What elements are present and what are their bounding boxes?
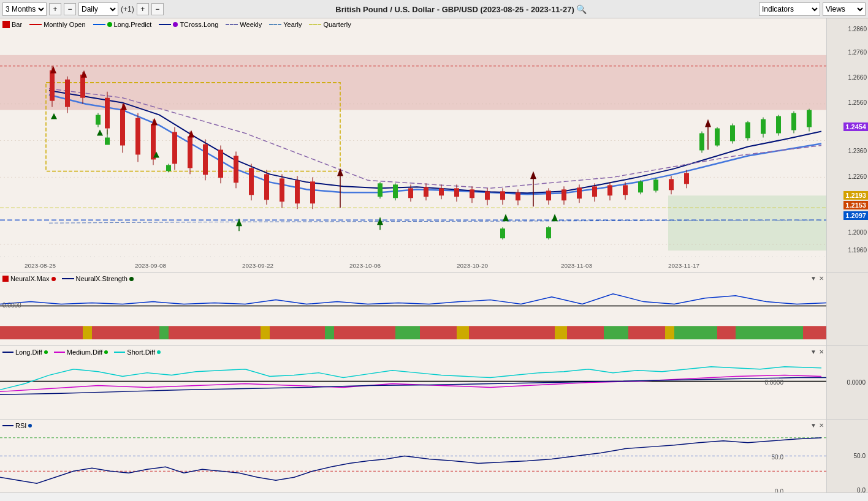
- neurx-max-dot: [51, 277, 56, 281]
- interval-select[interactable]: Daily Hourly Weekly Monthly: [78, 2, 118, 16]
- legend-weekly: Weekly: [226, 21, 262, 28]
- rsi-icon: [2, 425, 13, 426]
- svg-rect-67: [439, 188, 444, 195]
- zoom-out-button[interactable]: −: [64, 3, 76, 15]
- svg-rect-16: [80, 75, 85, 98]
- price-1215: 1.2153: [843, 201, 868, 209]
- long-diff-icon: [2, 352, 13, 353]
- svg-rect-156: [518, 326, 555, 339]
- diff-close-button[interactable]: ✕: [819, 348, 824, 355]
- svg-rect-63: [408, 188, 413, 198]
- svg-rect-160: [628, 326, 665, 339]
- search-icon[interactable]: 🔍: [576, 4, 587, 14]
- neurx-zero-label: 0.0000: [2, 302, 21, 309]
- svg-marker-129: [97, 130, 103, 136]
- svg-rect-20: [105, 98, 110, 129]
- svg-rect-73: [470, 189, 474, 198]
- rsi-close-button[interactable]: ✕: [819, 422, 824, 429]
- svg-rect-75: [485, 191, 490, 200]
- svg-text:2023-10-20: 2023-10-20: [457, 262, 489, 269]
- chart-title: British Pound / U.S. Dollar - GBP/USD (2…: [166, 4, 756, 14]
- views-select[interactable]: Views: [823, 2, 866, 16]
- main-chart-area[interactable]: Bar Monthly Open Long.Predict TCross.Lon…: [0, 18, 826, 272]
- diff-axis-zero: 0.0000: [847, 379, 866, 386]
- svg-rect-146: [169, 326, 211, 339]
- neurx-axis: [826, 273, 868, 345]
- svg-rect-79: [516, 192, 520, 200]
- rsi-controls: ▼ ✕: [810, 422, 824, 429]
- main-price-axis: 1.2860 1.2760 1.2660 1.2560 1.2454 1.236…: [826, 18, 868, 272]
- svg-rect-107: [745, 122, 750, 138]
- svg-rect-166: [803, 326, 826, 339]
- neurx-controls: ▼ ✕: [810, 275, 824, 282]
- legend-monthly-open: Monthly Open: [29, 21, 85, 28]
- monthly-open-icon: [29, 24, 42, 25]
- rsi-svg: [0, 420, 826, 492]
- medium-diff-legend: Medium.Diff: [54, 348, 108, 356]
- svg-rect-142: [83, 326, 92, 339]
- svg-rect-36: [188, 137, 192, 168]
- svg-rect-158: [567, 326, 604, 339]
- svg-rect-51: [264, 174, 269, 200]
- neurx-svg: [0, 273, 826, 345]
- offset-label: (+1): [121, 5, 134, 13]
- tcross-long-dot: [173, 22, 178, 27]
- long-predict-icon: [93, 24, 105, 25]
- neurx-header: NeuralX.Max NeuralX.Strength: [2, 275, 134, 282]
- svg-rect-22: [120, 109, 125, 146]
- long-diff-dot: [44, 350, 48, 354]
- neurx-max-legend: NeuralX.Max: [2, 275, 56, 282]
- long-diff-label: Long.Diff: [15, 348, 42, 356]
- legend-weekly-label: Weekly: [240, 21, 262, 28]
- zoom-in-button[interactable]: +: [49, 3, 61, 15]
- svg-rect-119: [684, 173, 689, 184]
- svg-rect-85: [546, 190, 551, 200]
- diff-controls: ▼ ✕: [810, 348, 824, 355]
- svg-rect-45: [166, 165, 171, 171]
- quarterly-icon: [309, 24, 321, 25]
- svg-rect-59: [378, 183, 383, 197]
- rsi-legend: RSI: [2, 422, 32, 429]
- svg-rect-162: [674, 326, 717, 339]
- diff-svg: [0, 346, 826, 419]
- rsi-chart-area[interactable]: RSI ▼ ✕ 50.0 0.0: [0, 420, 826, 492]
- diff-header: Long.Diff Medium.Diff Short.Diff: [2, 348, 161, 356]
- diff-chart-area[interactable]: Long.Diff Medium.Diff Short.Diff ▼ ✕: [0, 346, 826, 419]
- neurx-strength-legend: NeuralX.Strength: [62, 275, 134, 282]
- offset-plus-button[interactable]: +: [137, 3, 149, 15]
- period-select[interactable]: 3 Months 1 Week 1 Month 6 Months 1 Year: [2, 2, 47, 16]
- long-predict-dot: [107, 22, 112, 27]
- bar-icon: [2, 21, 10, 28]
- price-1226: 1.2260: [848, 173, 867, 180]
- svg-rect-30: [96, 115, 101, 125]
- svg-rect-149: [270, 326, 325, 339]
- svg-rect-144: [141, 326, 159, 339]
- svg-rect-42: [234, 156, 238, 183]
- svg-marker-127: [552, 214, 558, 221]
- svg-text:2023-11-17: 2023-11-17: [668, 262, 700, 269]
- svg-rect-103: [715, 129, 720, 146]
- neurx-close-button[interactable]: ✕: [819, 275, 824, 282]
- svg-text:2023-11-03: 2023-11-03: [561, 262, 593, 269]
- rsi-collapse-button[interactable]: ▼: [810, 422, 817, 429]
- svg-rect-117: [669, 179, 674, 190]
- price-1266: 1.2660: [848, 74, 867, 81]
- diff-collapse-button[interactable]: ▼: [810, 348, 817, 355]
- indicators-select[interactable]: Indicators: [759, 2, 820, 16]
- svg-rect-115: [807, 110, 812, 127]
- svg-rect-151: [334, 326, 395, 339]
- diff-axis: 0.0000: [826, 346, 868, 419]
- rsi-axis: 50.0 0.0: [826, 420, 868, 492]
- short-diff-label: Short.Diff: [127, 348, 155, 356]
- svg-rect-24: [135, 118, 140, 155]
- offset-minus-button[interactable]: −: [151, 3, 164, 15]
- svg-rect-34: [172, 132, 177, 164]
- neurx-collapse-button[interactable]: ▼: [810, 275, 817, 282]
- neurx-chart-area[interactable]: NeuralX.Max NeuralX.Strength ▼ ✕: [0, 273, 826, 345]
- svg-rect-77: [500, 191, 505, 200]
- main-chart-legend: Bar Monthly Open Long.Predict TCross.Lon…: [2, 21, 351, 28]
- svg-rect-57: [310, 181, 315, 203]
- price-1219: 1.2193: [843, 191, 868, 200]
- price-1256: 1.2560: [848, 99, 867, 106]
- price-1236: 1.2360: [848, 148, 867, 154]
